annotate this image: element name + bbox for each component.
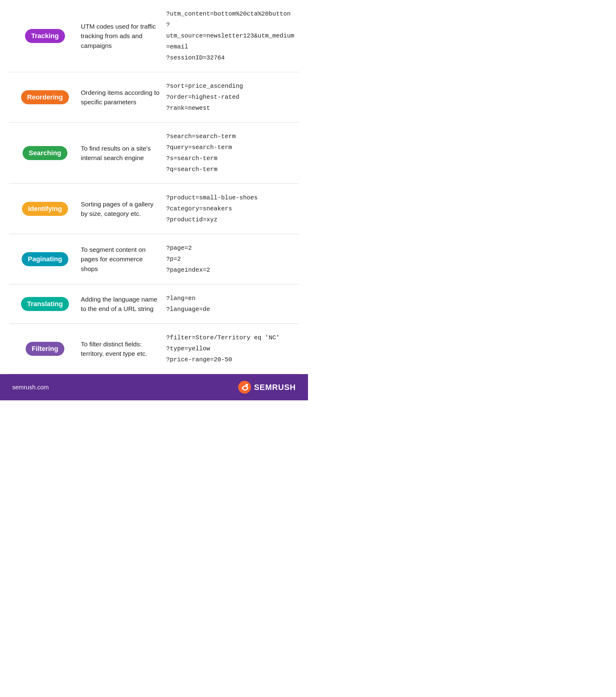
footer: semrush.com SEMRUSH — [0, 374, 308, 400]
col-examples-identifying: ?product=small-blue-shoes?category=sneak… — [166, 192, 293, 225]
badge-translating: Translating — [21, 297, 69, 311]
row-identifying: Identifying Sorting pages of a gallery b… — [9, 184, 299, 234]
col-examples-reordering: ?sort=price_ascending?order=highest-rate… — [166, 81, 293, 114]
col-examples-filtering: ?filter=Store/Territory eq 'NC'?type=yel… — [166, 332, 293, 365]
col-examples-paginating: ?page=2?p=2?pageindex=2 — [166, 243, 293, 276]
row-filtering: Filtering To filter distinct fields: ter… — [9, 324, 299, 374]
col-description-tracking: UTM codes used for traffic tracking from… — [81, 21, 160, 50]
badge-filtering: Filtering — [26, 342, 64, 356]
col-examples-translating: ?lang=en?language=de — [166, 293, 293, 315]
col-description-filtering: To filter distinct fields: territory, ev… — [81, 339, 160, 359]
row-translating: Translating Adding the language name to … — [9, 284, 299, 324]
col-label-paginating: Paginating — [15, 252, 75, 266]
col-description-searching: To find results on a site's internal sea… — [81, 144, 160, 163]
badge-reordering: Reordering — [21, 90, 69, 104]
col-description-identifying: Sorting pages of a gallery by size, cate… — [81, 199, 160, 219]
col-description-paginating: To segment content on pages for ecommerc… — [81, 245, 160, 274]
page-container: Tracking UTM codes used for traffic trac… — [0, 0, 308, 400]
footer-logo: SEMRUSH — [238, 381, 296, 394]
col-label-identifying: Identifying — [15, 202, 75, 216]
col-description-translating: Adding the language name to the end of a… — [81, 295, 160, 314]
col-label-tracking: Tracking — [15, 29, 75, 43]
row-paginating: Paginating To segment content on pages f… — [9, 234, 299, 284]
col-examples-searching: ?search=search-term?query=search-term?s=… — [166, 131, 293, 175]
row-tracking: Tracking UTM codes used for traffic trac… — [9, 0, 299, 72]
col-label-translating: Translating — [15, 297, 75, 311]
row-reordering: Reordering Ordering items according to s… — [9, 72, 299, 122]
badge-identifying: Identifying — [22, 202, 68, 216]
footer-url: semrush.com — [12, 384, 49, 391]
row-searching: Searching To find results on a site's in… — [9, 122, 299, 184]
svg-point-0 — [238, 381, 251, 394]
col-description-reordering: Ordering items according to specific par… — [81, 88, 160, 107]
svg-point-1 — [246, 384, 248, 386]
footer-brand: SEMRUSH — [254, 383, 296, 392]
semrush-logo-icon — [238, 381, 251, 394]
table-section: Tracking UTM codes used for traffic trac… — [0, 0, 308, 374]
badge-paginating: Paginating — [21, 252, 68, 266]
badge-searching: Searching — [23, 146, 67, 160]
col-label-reordering: Reordering — [15, 90, 75, 104]
col-examples-tracking: ?utm_content=bottom%20cta%20button?utm_s… — [166, 9, 294, 63]
col-label-searching: Searching — [15, 146, 75, 160]
col-label-filtering: Filtering — [15, 342, 75, 356]
badge-tracking: Tracking — [25, 29, 65, 43]
